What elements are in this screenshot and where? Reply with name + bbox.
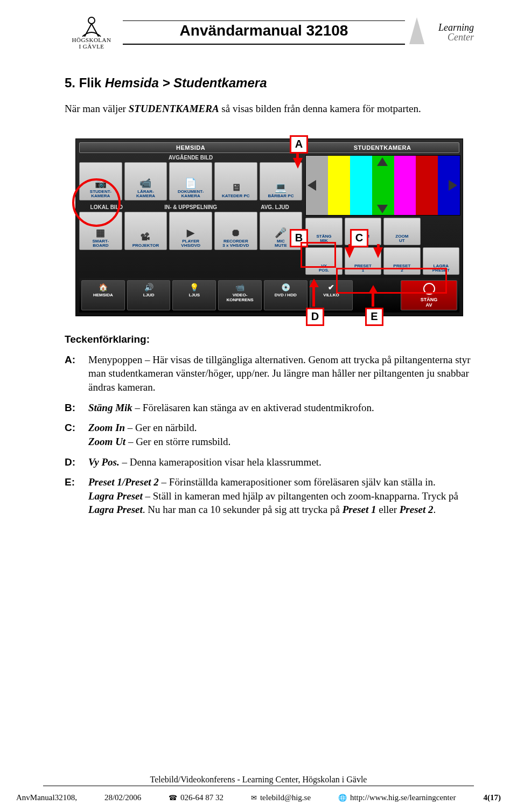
footer-date: 28/02/2006 — [104, 793, 141, 802]
section-title: 5. Flik Hemsida > Studentkamera — [65, 75, 474, 91]
footer-phone: 026-64 87 32 — [180, 793, 223, 802]
legend-key: C: — [65, 418, 88, 452]
doc-title: Användarmanual 32108 — [118, 22, 409, 39]
legend-text: Stäng Mik – Föreläsaren kan stänga av en… — [88, 398, 474, 418]
mid-btn-1[interactable]: 📽PROJEKTOR — [124, 212, 167, 250]
logo-text-2: I GÄVLE — [65, 43, 118, 50]
highlight-circle — [72, 178, 121, 227]
legend-key: D: — [65, 452, 88, 473]
annotated-screenshot: A HEMSIDA AVGÅENDE BILD 📷STUDENT- KAMERA… — [75, 138, 463, 316]
footer-url: http://www.hig.se/learningcenter — [350, 793, 456, 802]
tab-hemsida[interactable]: HEMSIDA — [79, 142, 302, 153]
legend-key: A: — [65, 350, 88, 398]
nav-video-
konferens[interactable]: 📹VIDEO- KONFERENS — [218, 280, 262, 310]
logo-text-1: HÖGSKOLAN — [65, 37, 118, 43]
src-btn-1[interactable]: 📹LÄRAR- KAMERA — [124, 162, 167, 200]
annotation-e: E — [365, 308, 383, 326]
legend-key: B: — [65, 398, 88, 418]
hogskolan-logo: HÖGSKOLAN I GÄVLE — [65, 15, 118, 50]
legend-title: Teckenförklaring: — [65, 334, 474, 345]
arrow-up-button[interactable] — [377, 157, 388, 166]
arrow-right-button[interactable] — [449, 180, 457, 191]
highlight-e — [336, 268, 447, 294]
legend-text: Menypoppen – Här visas de tillgängliga a… — [88, 350, 474, 398]
label-inupp: IN- & UPPSPELNING — [136, 203, 246, 212]
cam-btn-r1-0[interactable]: STÄNG MIK — [305, 218, 342, 245]
nav-ljud[interactable]: 🔊LJUD — [127, 280, 171, 310]
mid-btn-2[interactable]: ▶PLAYER VHS/DVD — [169, 212, 212, 250]
legend-text: Preset 1/Preset 2 – Förinställda kamerap… — [88, 472, 474, 520]
nav-hemsida[interactable]: 🏠HEMSIDA — [81, 280, 125, 310]
label-avgljud: AVG. LJUD — [248, 203, 303, 212]
footer-email: telebild@hig.se — [260, 793, 311, 802]
src-btn-3[interactable]: 🖥KATEDER PC — [214, 162, 257, 200]
phone-icon: ☎ — [169, 794, 177, 802]
legend-table: A:Menypoppen – Här visas de tillgängliga… — [65, 350, 474, 520]
globe-icon: 🌐 — [338, 794, 347, 802]
mid-btn-3[interactable]: ⏺RECORDER 3 x VHS/DVD — [214, 212, 257, 250]
footer-row: AnvManual32108, 28/02/2006 ☎ 026-64 87 3… — [16, 793, 501, 802]
svg-point-0 — [88, 17, 95, 24]
nav-dvd / hdd[interactable]: 💿DVD / HDD — [264, 280, 308, 310]
arrow-down-button[interactable] — [377, 205, 388, 213]
annotation-c: C — [350, 229, 368, 247]
legend-key: E: — [65, 472, 88, 520]
legend-text: Vy Pos. – Denna kameraposition visar hel… — [88, 452, 474, 473]
label-avgaende: AVGÅENDE BILD — [79, 153, 302, 162]
mail-icon: ✉ — [251, 794, 257, 802]
tab-studentkamera[interactable]: STUDENTKAMERA — [305, 142, 459, 153]
src-btn-2[interactable]: 📄DOKUMENT- KAMERA — [169, 162, 212, 200]
learning-center-logo: Learning Center — [409, 23, 474, 42]
annotation-a: A — [290, 135, 308, 154]
footer-file: AnvManual32108, — [16, 793, 77, 802]
nav-ljus[interactable]: 💡LJUS — [172, 280, 216, 310]
arrow-left-button[interactable] — [308, 180, 316, 191]
legend-text: Zoom In – Ger en närbild.Zoom Ut – Ger e… — [88, 418, 474, 452]
footer-center: Telebild/Videokonferens - Learning Cente… — [43, 775, 474, 786]
cam-btn-r1-2[interactable]: ZOOM UT — [383, 218, 420, 245]
doc-header: HÖGSKOLAN I GÄVLE Användarmanual 32108 L… — [65, 11, 474, 54]
intro-paragraph: När man väljer STUDENTKAMERA så visas bi… — [65, 102, 474, 116]
footer-page: 4(17) — [483, 793, 501, 802]
highlight-b — [301, 242, 336, 268]
annotation-d: D — [306, 308, 324, 326]
